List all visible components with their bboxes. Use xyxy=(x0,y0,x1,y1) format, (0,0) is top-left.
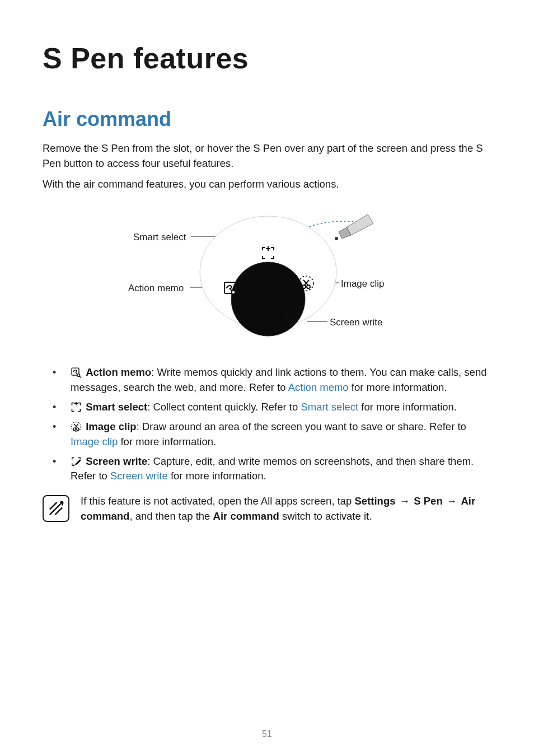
air-command-label-2: Air command xyxy=(213,510,279,522)
diagram-label-action-memo: Action memo xyxy=(128,283,184,294)
feature-item-image-clip: Image clip: Draw around an area of the s… xyxy=(43,419,491,450)
note-part: switch to activate it. xyxy=(279,510,372,522)
link-image-clip[interactable]: Image clip xyxy=(71,436,118,447)
section-heading-air-command: Air command xyxy=(43,108,491,131)
feature-list: Action memo: Write memos quickly and lin… xyxy=(43,365,491,484)
svg-marker-5 xyxy=(346,214,373,235)
air-command-diagram: Smart select Action memo Image clip Scre… xyxy=(43,204,491,349)
intro-paragraph-2: With the air command features, you can p… xyxy=(43,177,491,192)
feature-desc-b: for more information. xyxy=(168,470,266,482)
note-text: If this feature is not activated, open t… xyxy=(81,494,491,524)
note: If this feature is not activated, open t… xyxy=(43,494,491,524)
svg-point-20 xyxy=(288,324,291,326)
svg-point-7 xyxy=(335,237,338,240)
feature-label: Screen write xyxy=(86,455,147,467)
svg-line-23 xyxy=(79,376,81,378)
page-title: S Pen features xyxy=(43,41,491,75)
note-part: If this feature is not activated, open t… xyxy=(81,495,355,507)
svg-line-32 xyxy=(50,502,62,515)
diagram-wrap: Smart select Action memo Image clip Scre… xyxy=(127,204,407,349)
intro-paragraph-1: Remove the S Pen from the slot, or hover… xyxy=(43,141,491,171)
svg-point-9 xyxy=(231,262,305,336)
feature-desc-a: : Collect content quickly. Refer to xyxy=(147,401,301,413)
feature-label: Smart select xyxy=(86,401,147,413)
feature-label: Action memo xyxy=(86,366,151,378)
feature-item-screen-write: Screen write: Capture, edit, and write m… xyxy=(43,454,491,484)
smart-select-icon xyxy=(71,402,82,413)
arrow-icon: → xyxy=(446,494,458,509)
action-memo-icon xyxy=(71,367,82,378)
diagram-label-screen-write: Screen write xyxy=(330,317,382,328)
feature-desc-b: for more information. xyxy=(118,436,216,447)
screen-write-icon xyxy=(71,456,82,467)
page: S Pen features Air command Remove the S … xyxy=(0,0,534,756)
image-clip-icon xyxy=(71,421,82,432)
diagram-label-image-clip: Image clip xyxy=(341,278,384,290)
feature-desc-b: for more information. xyxy=(349,381,447,393)
s-pen-icon xyxy=(335,214,373,240)
note-part: , and then tap the xyxy=(129,510,213,522)
page-number: 51 xyxy=(0,729,534,739)
diagram-label-smart-select: Smart select xyxy=(133,232,186,243)
feature-desc-b: for more information. xyxy=(358,401,457,413)
note-icon xyxy=(43,495,69,522)
svg-point-28 xyxy=(77,428,79,430)
feature-label: Image clip xyxy=(86,421,136,432)
feature-desc-a: : Draw around an area of the screen you … xyxy=(137,421,466,432)
spen-label: S Pen xyxy=(414,495,442,507)
link-smart-select[interactable]: Smart select xyxy=(301,401,358,413)
arrow-icon: → xyxy=(399,494,411,509)
feature-item-smart-select: Smart select: Collect content quickly. R… xyxy=(43,400,491,415)
svg-point-31 xyxy=(73,464,74,466)
feature-item-action-memo: Action memo: Write memos quickly and lin… xyxy=(43,365,491,395)
link-action-memo[interactable]: Action memo xyxy=(288,381,349,393)
svg-point-27 xyxy=(73,428,76,430)
link-screen-write[interactable]: Screen write xyxy=(110,470,168,482)
settings-label: Settings xyxy=(355,495,396,507)
